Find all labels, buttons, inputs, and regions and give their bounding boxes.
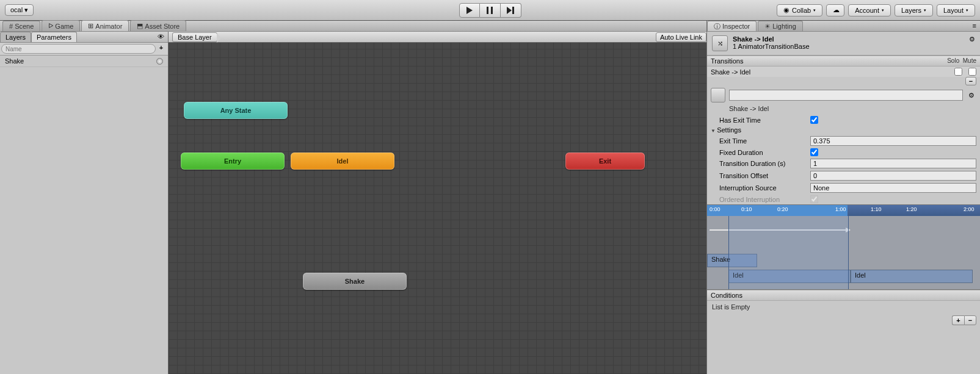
transition-name-sub: Shake -> Idel <box>707 105 980 115</box>
collab-dropdown[interactable]: ◉ Collab ▾ <box>777 4 822 16</box>
conditions-header: Conditions <box>707 290 980 301</box>
inspector-subtitle: 1 AnimatorTransitionBase <box>733 43 810 50</box>
cloud-button[interactable]: ☁ <box>826 4 844 16</box>
parameter-search-input[interactable] <box>1 44 156 54</box>
fixed-duration-label: Fixed Duration <box>711 149 810 156</box>
transitions-header: Transitions Solo Mute <box>707 56 980 67</box>
inspector-panel: ⓘ Inspector ☀ Lighting ≡ ⤭ Shake -> Idel… <box>706 21 980 374</box>
node-entry[interactable]: Entry <box>181 153 285 170</box>
context-gear-icon[interactable]: ⚙ <box>969 35 975 51</box>
visibility-icon[interactable]: 👁 <box>154 32 168 42</box>
play-button[interactable] <box>459 3 480 18</box>
layout-dropdown[interactable]: Layout ▾ <box>937 4 975 16</box>
tab-scene[interactable]: # Scene <box>2 21 40 31</box>
inspector-title: Shake -> Idel <box>733 35 810 43</box>
mute-checkbox[interactable] <box>968 68 976 76</box>
svg-rect-2 <box>491 7 493 14</box>
tab-asset-store[interactable]: ⬒ Asset Store <box>130 20 186 31</box>
transition-gear-icon[interactable]: ⚙ <box>967 92 976 99</box>
tab-animator[interactable]: ⊞ Animator <box>81 20 129 31</box>
node-exit[interactable]: Exit <box>565 153 645 170</box>
pause-button[interactable] <box>480 3 501 18</box>
auto-live-link-toggle[interactable]: Auto Live Link <box>656 32 706 42</box>
node-idel[interactable]: Idel <box>291 153 394 170</box>
interruption-source-label: Interruption Source <box>711 184 810 192</box>
top-toolbar: ocal ▾ ◉ Collab ▾ ☁ Account ▾ Layers ▾ L… <box>0 0 980 21</box>
settings-foldout[interactable]: Settings <box>711 126 810 134</box>
has-exit-time-checkbox[interactable] <box>810 116 818 124</box>
svg-rect-4 <box>512 7 514 14</box>
layers-dropdown[interactable]: Layers ▾ <box>895 4 933 16</box>
transition-duration-label: Transition Duration (s) <box>711 160 810 167</box>
transition-thumb-icon <box>711 88 725 102</box>
parameter-label: Shake <box>5 57 24 65</box>
breadcrumb[interactable]: Base Layer <box>172 32 217 42</box>
transition-offset-label: Transition Offset <box>711 172 810 179</box>
trigger-icon[interactable] <box>156 58 163 65</box>
has-exit-time-label: Has Exit Time <box>711 117 810 124</box>
ordered-interruption-checkbox <box>810 195 818 203</box>
play-controls <box>459 3 521 18</box>
transition-duration-input[interactable] <box>810 159 976 168</box>
animator-graph[interactable]: Base Layer Auto Live Link Any State Entr… <box>169 32 706 374</box>
local-dropdown[interactable]: ocal ▾ <box>5 4 34 16</box>
exit-time-input[interactable] <box>810 136 976 146</box>
parameters-tab[interactable]: Parameters <box>31 32 77 42</box>
svg-marker-3 <box>507 7 512 14</box>
conditions-empty: List is Empty <box>707 301 980 313</box>
parameters-panel: Layers Parameters 👁 + Shake <box>0 32 169 374</box>
add-parameter-button[interactable]: + <box>156 44 167 54</box>
add-condition-button[interactable]: + <box>952 315 964 325</box>
node-any-state[interactable]: Any State <box>184 102 288 119</box>
step-button[interactable] <box>501 3 521 18</box>
parameter-row[interactable]: Shake <box>0 56 168 67</box>
tab-game[interactable]: ᐅ Game <box>42 20 80 31</box>
fixed-duration-checkbox[interactable] <box>810 148 818 156</box>
account-dropdown[interactable]: Account ▾ <box>848 4 891 16</box>
transition-icon: ⤭ <box>712 35 728 51</box>
tab-inspector[interactable]: ⓘ Inspector <box>707 21 757 31</box>
editor-tabs: # Scene ᐅ Game ⊞ Animator ⬒ Asset Store <box>0 21 706 32</box>
tab-lighting[interactable]: ☀ Lighting <box>758 21 803 31</box>
svg-rect-1 <box>487 7 488 14</box>
timeline-block-idel-2[interactable]: Idel <box>851 270 973 283</box>
node-shake[interactable]: Shake <box>303 273 407 290</box>
svg-marker-0 <box>466 7 473 14</box>
interruption-source-dropdown[interactable] <box>810 183 976 193</box>
exit-time-label: Exit Time <box>711 137 810 145</box>
layers-tab[interactable]: Layers <box>0 32 31 42</box>
ordered-interruption-label: Ordered Interruption <box>711 196 810 203</box>
transition-timeline[interactable]: 0:00 0:10 0:20 1:00 1:10 1:20 2:00 Shake… <box>707 204 980 290</box>
transition-row[interactable]: Shake -> Idel <box>707 67 980 77</box>
transition-range[interactable] <box>728 216 849 290</box>
remove-condition-button[interactable]: − <box>964 315 976 325</box>
panel-menu-icon[interactable]: ≡ <box>969 21 980 31</box>
remove-transition-button[interactable]: − <box>965 77 976 85</box>
transition-name-input[interactable] <box>729 90 963 101</box>
transition-offset-input[interactable] <box>810 171 976 181</box>
solo-checkbox[interactable] <box>954 68 962 76</box>
